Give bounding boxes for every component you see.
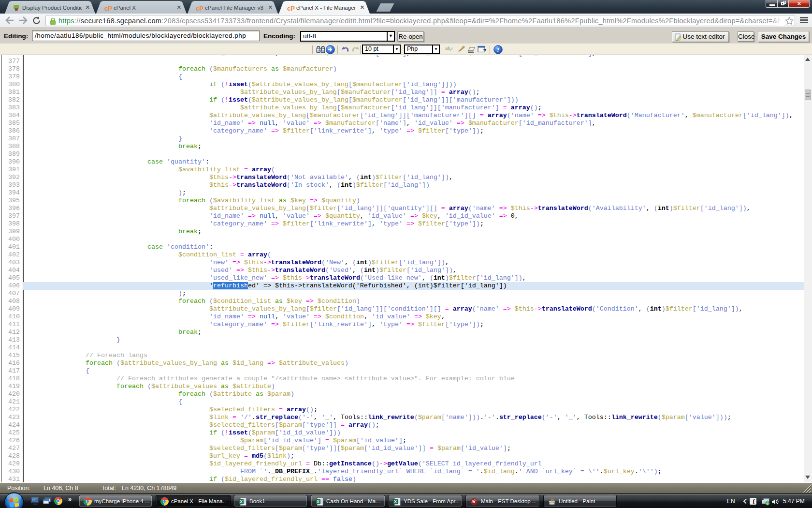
- svg-text:f: f: [753, 498, 755, 505]
- svg-text:X: X: [317, 499, 319, 504]
- svg-text:X: X: [240, 499, 243, 504]
- svg-text:ab: ab: [445, 46, 450, 51]
- svg-text:?: ?: [497, 46, 500, 53]
- svg-text:X: X: [394, 499, 397, 504]
